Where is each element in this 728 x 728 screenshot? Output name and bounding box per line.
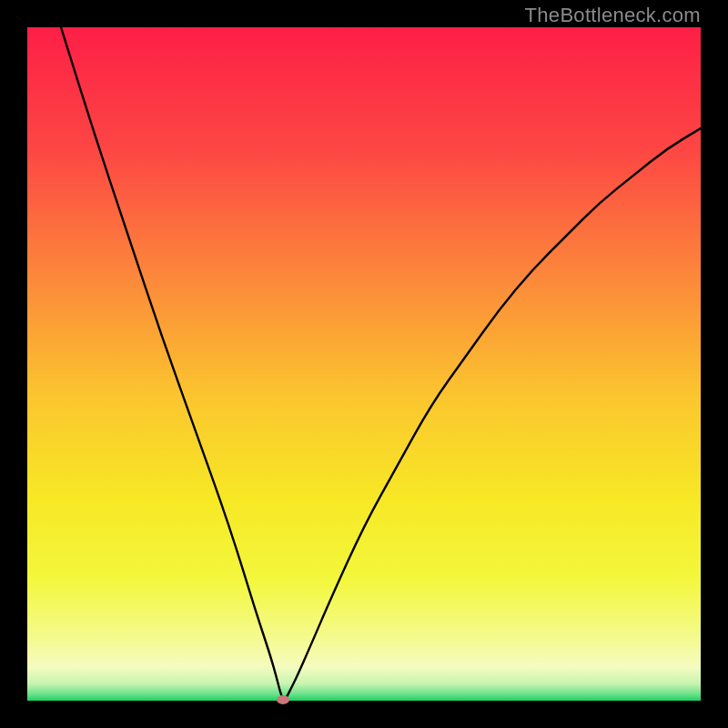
optimal-point-marker	[277, 695, 289, 704]
watermark-text: TheBottleneck.com	[525, 4, 701, 27]
chart-frame: TheBottleneck.com	[0, 0, 728, 728]
plot-area	[27, 27, 701, 701]
bottleneck-curve	[27, 27, 701, 701]
